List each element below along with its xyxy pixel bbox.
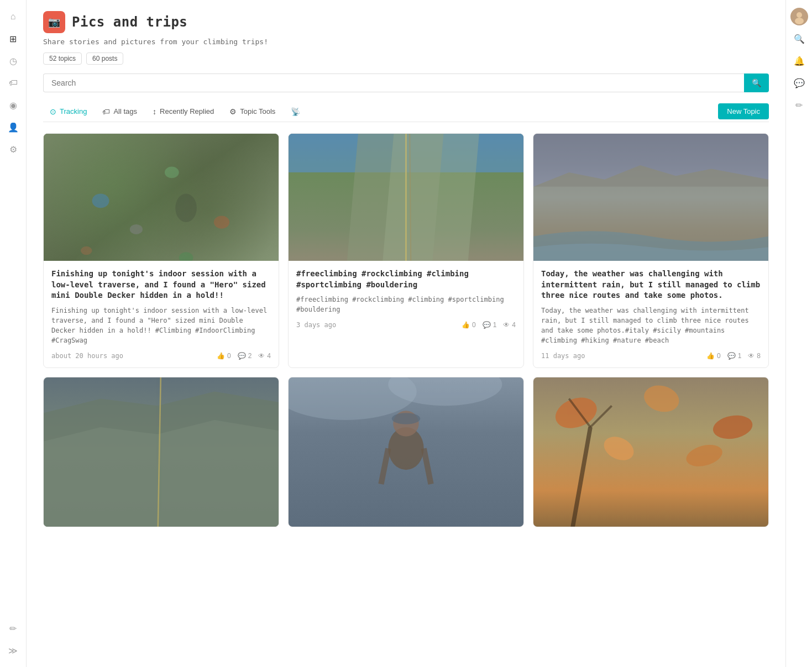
sidebar-item-clock[interactable]: ◷: [3, 51, 23, 71]
topics-stat: 52 topics: [43, 52, 82, 65]
notification-button[interactable]: 🔔: [789, 51, 809, 71]
svg-rect-1: [44, 134, 279, 261]
sidebar-item-tag[interactable]: 🏷: [3, 73, 23, 93]
tab-tracking-label: Tracking: [60, 107, 87, 115]
user-avatar-button[interactable]: [789, 7, 809, 27]
card-body-3: Today, the weather was challenging with …: [533, 261, 768, 367]
card-likes-2: 👍 0: [462, 321, 476, 329]
avatar: [790, 8, 808, 25]
edit-button[interactable]: ✏: [789, 95, 809, 115]
table-row[interactable]: [288, 377, 524, 527]
like-icon-2: 👍: [462, 321, 470, 329]
tab-tracking[interactable]: ⊙ Tracking: [43, 104, 93, 119]
search-bar: 🔍: [43, 73, 769, 92]
sidebar-item-home[interactable]: ⌂: [3, 7, 23, 27]
card-title-2: #freeclimbing #rockclimbing #climbing #s…: [296, 269, 516, 290]
card-title-3: Today, the weather was challenging with …: [541, 269, 761, 301]
tab-recently-replied-label: Recently Replied: [160, 107, 214, 115]
card-footer-3: 11 days ago 👍 0 💬 1 👁 8: [541, 352, 761, 360]
card-footer-1: about 20 hours ago 👍 0 💬 2 👁 4: [51, 352, 271, 360]
like-icon-3: 👍: [706, 352, 715, 360]
card-comments-2: 💬 1: [483, 321, 497, 329]
card-time-3: 11 days ago: [541, 352, 700, 360]
card-time-2: 3 days ago: [296, 321, 455, 329]
card-body-1: Finishing up tonight's indoor session wi…: [44, 261, 279, 367]
all-tags-tab-icon: 🏷: [102, 107, 110, 116]
card-image-1: [44, 134, 279, 261]
table-row[interactable]: Today, the weather was challenging with …: [533, 133, 769, 368]
sidebar-item-user[interactable]: 👤: [3, 117, 23, 137]
svg-point-22: [392, 413, 421, 424]
tracking-tab-icon: ⊙: [50, 107, 56, 116]
forum-header: 📷 Pics and trips: [43, 11, 769, 33]
card-footer-2: 3 days ago 👍 0 💬 1 👁 4: [296, 321, 516, 329]
comment-icon-1: 💬: [238, 352, 246, 360]
view-icon-3: 👁: [748, 352, 755, 360]
forum-stats: 52 topics 60 posts: [43, 52, 769, 65]
like-icon-1: 👍: [217, 352, 225, 360]
card-image-3: [533, 134, 768, 261]
svg-point-33: [797, 12, 802, 18]
svg-point-6: [179, 252, 193, 261]
svg-point-5: [130, 224, 143, 234]
svg-point-3: [165, 167, 179, 178]
search-button-right[interactable]: 🔍: [789, 29, 809, 49]
sidebar-item-grid[interactable]: ⊞: [3, 29, 23, 49]
card-excerpt-1: Finishing up tonight's indoor session wi…: [51, 306, 271, 345]
comment-icon-2: 💬: [483, 321, 491, 329]
sidebar-item-compose[interactable]: ✏: [3, 618, 23, 638]
comment-icon-3: 💬: [727, 352, 736, 360]
table-row[interactable]: #freeclimbing #rockclimbing #climbing #s…: [288, 133, 524, 368]
table-row[interactable]: [533, 377, 769, 527]
tab-rss[interactable]: 📡: [284, 104, 307, 119]
forum-description: Share stories and pictures from your cli…: [43, 38, 769, 46]
svg-rect-0: [44, 134, 279, 261]
tab-all-tags-label: All tags: [113, 107, 137, 115]
card-image-4: [44, 377, 279, 527]
svg-point-2: [92, 194, 109, 208]
sidebar-item-settings[interactable]: ⚙: [3, 139, 23, 159]
card-body-2: #freeclimbing #rockclimbing #climbing #s…: [289, 261, 523, 337]
card-title-1: Finishing up tonight's indoor session wi…: [51, 269, 271, 301]
table-row[interactable]: [43, 377, 279, 527]
svg-point-7: [81, 246, 92, 255]
sidebar-left: ⌂ ⊞ ◷ 🏷 ◉ 👤 ⚙ ✏ ≫: [0, 0, 27, 667]
sidebar-item-expand[interactable]: ≫: [3, 640, 23, 660]
card-image-5: [289, 377, 523, 527]
tab-topic-tools[interactable]: ⚙ Topic Tools: [223, 104, 282, 119]
main-content: 📷 Pics and trips Share stories and pictu…: [27, 0, 785, 667]
tab-topic-tools-label: Topic Tools: [240, 107, 275, 115]
forum-icon: 📷: [43, 11, 65, 33]
svg-point-4: [214, 216, 229, 228]
card-image-2: [289, 134, 523, 261]
card-image-6: [533, 377, 768, 527]
sidebar-item-bookmark[interactable]: ◉: [3, 95, 23, 115]
forum-title: Pics and trips: [72, 14, 187, 30]
card-likes-3: 👍 0: [706, 352, 721, 360]
card-views-2: 👁 4: [503, 321, 516, 329]
svg-point-34: [795, 18, 804, 24]
card-likes-1: 👍 0: [217, 352, 231, 360]
topic-tools-tab-icon: ⚙: [229, 107, 237, 116]
card-excerpt-3: Today, the weather was challenging with …: [541, 306, 761, 345]
rss-tab-icon: 📡: [291, 107, 300, 116]
recently-replied-tab-icon: ↕: [153, 107, 156, 116]
search-input[interactable]: [43, 73, 744, 92]
card-views-1: 👁 4: [258, 352, 271, 360]
card-time-1: about 20 hours ago: [51, 352, 210, 360]
svg-point-8: [175, 194, 197, 223]
sidebar-right: 🔍 🔔 💬 ✏: [785, 0, 812, 667]
search-button[interactable]: 🔍: [744, 73, 769, 92]
chat-button[interactable]: 💬: [789, 73, 809, 93]
new-topic-button[interactable]: New Topic: [718, 103, 769, 119]
card-comments-3: 💬 1: [727, 352, 742, 360]
tabs-bar: ⊙ Tracking 🏷 All tags ↕ Recently Replied…: [43, 103, 769, 122]
tab-all-tags[interactable]: 🏷 All tags: [96, 104, 144, 119]
view-icon-1: 👁: [258, 352, 265, 360]
cards-grid: Finishing up tonight's indoor session wi…: [43, 133, 769, 527]
card-views-3: 👁 8: [748, 352, 761, 360]
view-icon-2: 👁: [503, 321, 510, 329]
tab-recently-replied[interactable]: ↕ Recently Replied: [146, 104, 221, 119]
card-comments-1: 💬 2: [238, 352, 252, 360]
table-row[interactable]: Finishing up tonight's indoor session wi…: [43, 133, 279, 368]
